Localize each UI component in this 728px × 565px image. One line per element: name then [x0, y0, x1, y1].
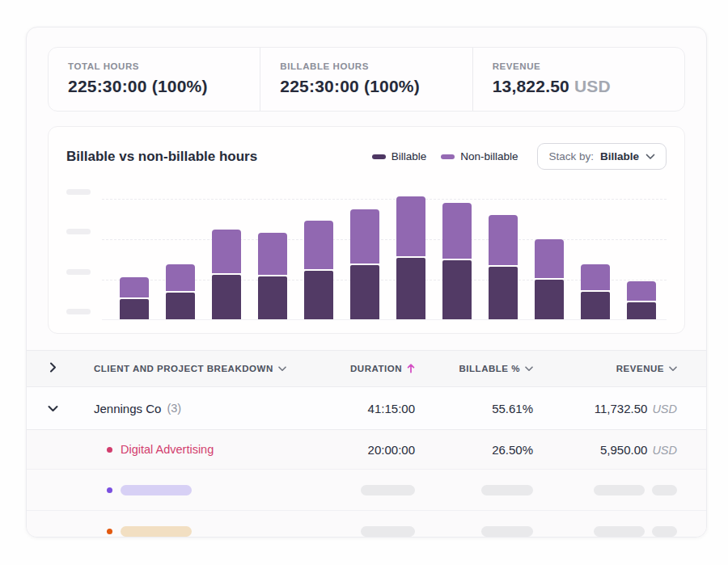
bar-segment-billable[interactable] — [166, 293, 195, 319]
summary-stats: TOTAL HOURS 225:30:00 (100%) BILLABLE HO… — [48, 47, 685, 112]
bar-segment-non-billable[interactable] — [627, 281, 656, 301]
bar-segment-non-billable[interactable] — [396, 196, 425, 256]
bar-8[interactable] — [442, 203, 472, 319]
stat-total-hours: TOTAL HOURS 225:30:00 (100%) — [49, 48, 260, 111]
bar-segment-non-billable[interactable] — [489, 215, 518, 265]
bar-segment-non-billable[interactable] — [442, 203, 472, 259]
bars — [120, 196, 656, 319]
bar-5[interactable] — [304, 221, 333, 319]
legend-label: Billable — [392, 150, 427, 162]
stat-label: BILLABLE HOURS — [280, 61, 452, 71]
stat-value: 225:30:00 (100%) — [280, 77, 452, 96]
billable-swatch-icon — [372, 154, 386, 159]
table-row-project[interactable]: Digital Advertising 20:00:00 26.50% 5,95… — [27, 430, 706, 470]
bar-11[interactable] — [581, 264, 610, 319]
billable-skeleton — [481, 526, 533, 537]
name-skeleton — [121, 526, 192, 537]
x-axis-line — [102, 319, 667, 320]
sort-arrow-up-icon — [407, 363, 415, 375]
billable-chart-card: Billable vs non-billable hours Billable … — [48, 126, 685, 334]
stat-value: 13,822.50USD — [493, 77, 665, 96]
project-count: (3) — [167, 402, 181, 415]
stack-by-dropdown[interactable]: Stack by: Billable — [537, 143, 667, 170]
bar-segment-billable[interactable] — [627, 302, 656, 319]
project-color-dot-icon — [107, 447, 112, 453]
table-header-row: CLIENT AND PROJECT BREAKDOWN DURATION BI… — [27, 350, 706, 387]
header-duration[interactable]: DURATION — [302, 363, 415, 375]
project-color-dot-icon — [107, 529, 112, 534]
stat-label: REVENUE — [493, 61, 665, 71]
revenue-value: 11,732.50 USD — [533, 402, 677, 415]
stat-value: 225:30:00 (100%) — [68, 77, 240, 96]
bar-segment-non-billable[interactable] — [581, 264, 610, 290]
table-row-client[interactable]: Jennings Co (3) 41:15:00 55.61% 11,732.5… — [27, 387, 706, 430]
revenue-skeleton — [594, 526, 645, 537]
bar-segment-non-billable[interactable] — [304, 221, 333, 269]
bar-3[interactable] — [212, 230, 241, 319]
header-billable-pct[interactable]: BILLABLE % — [415, 364, 533, 373]
breakdown-table: CLIENT AND PROJECT BREAKDOWN DURATION BI… — [27, 350, 706, 538]
duration-value: 41:15:00 — [302, 402, 415, 415]
bar-12[interactable] — [627, 281, 656, 319]
bar-4[interactable] — [258, 233, 287, 319]
table-row-loading — [27, 511, 706, 538]
bar-9[interactable] — [489, 215, 518, 319]
billable-skeleton — [481, 485, 533, 495]
bar-segment-non-billable[interactable] — [535, 239, 564, 278]
bar-7[interactable] — [396, 196, 425, 319]
revenue-value: 5,950.00 USD — [533, 443, 677, 457]
client-name: Jennings Co — [94, 402, 161, 415]
table-row-loading — [27, 470, 706, 511]
currency-label: USD — [652, 444, 677, 457]
stat-revenue: REVENUE 13,822.50USD — [472, 48, 684, 111]
stat-label: TOTAL HOURS — [68, 61, 240, 71]
bar-6[interactable] — [350, 209, 379, 319]
bar-segment-non-billable[interactable] — [350, 209, 379, 264]
header-client-project[interactable]: CLIENT AND PROJECT BREAKDOWN — [78, 364, 302, 373]
chevron-down-icon — [525, 364, 533, 373]
stack-by-value: Billable — [600, 150, 639, 162]
bar-segment-billable[interactable] — [581, 292, 610, 319]
bar-segment-billable[interactable] — [212, 275, 241, 319]
currency-label: USD — [652, 403, 677, 415]
bar-segment-billable[interactable] — [396, 258, 425, 319]
bar-segment-non-billable[interactable] — [258, 233, 287, 275]
chevron-down-icon — [48, 401, 58, 415]
report-panel: TOTAL HOURS 225:30:00 (100%) BILLABLE HO… — [26, 27, 707, 538]
currency-skeleton — [652, 526, 677, 537]
stack-by-prefix: Stack by: — [548, 150, 594, 162]
bar-segment-non-billable[interactable] — [212, 230, 241, 273]
expand-all-button[interactable] — [27, 361, 78, 376]
legend-item-billable[interactable]: Billable — [372, 150, 427, 162]
bar-segment-billable[interactable] — [535, 280, 564, 319]
y-axis-tick-skeleton — [66, 269, 91, 275]
bar-segment-billable[interactable] — [258, 276, 287, 319]
revenue-skeleton — [594, 485, 645, 495]
bar-10[interactable] — [535, 239, 564, 319]
bar-segment-billable[interactable] — [489, 267, 518, 319]
currency-skeleton — [652, 485, 677, 495]
bar-2[interactable] — [166, 264, 195, 319]
name-skeleton — [121, 485, 192, 495]
duration-value: 20:00:00 — [302, 443, 415, 457]
chart-title: Billable vs non-billable hours — [66, 149, 257, 165]
y-axis-tick-skeleton — [66, 229, 91, 234]
project-name[interactable]: Digital Advertising — [121, 443, 214, 456]
bar-segment-billable[interactable] — [120, 299, 149, 319]
billable-pct-value: 55.61% — [415, 402, 533, 415]
bar-segment-non-billable[interactable] — [120, 277, 149, 297]
bar-segment-billable[interactable] — [304, 271, 333, 319]
bar-segment-billable[interactable] — [350, 265, 379, 319]
bar-1[interactable] — [120, 277, 149, 319]
legend-label: Non-billable — [460, 150, 518, 162]
y-axis-tick-skeleton — [66, 309, 91, 314]
header-revenue[interactable]: REVENUE — [533, 364, 677, 373]
bar-segment-billable[interactable] — [442, 260, 472, 319]
chevron-down-icon — [669, 364, 677, 373]
chevron-down-icon — [278, 364, 286, 373]
project-color-dot-icon — [107, 487, 112, 493]
chart-legend: Billable Non-billable — [372, 150, 518, 162]
legend-item-non-billable[interactable]: Non-billable — [441, 150, 518, 162]
collapse-row-button[interactable] — [27, 401, 78, 415]
bar-segment-non-billable[interactable] — [166, 264, 195, 291]
